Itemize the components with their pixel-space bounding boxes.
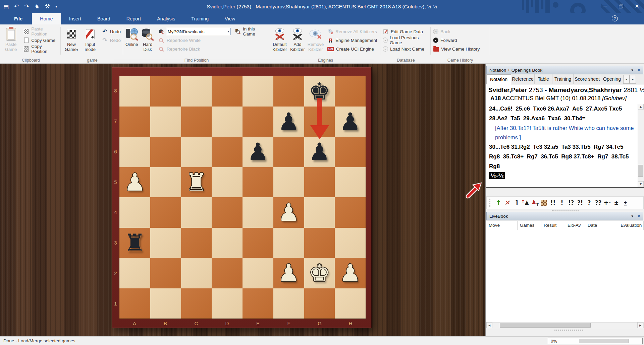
scroll-up-icon[interactable]: ▲ (638, 104, 644, 110)
piece-black-pawn[interactable]: ♟ (247, 140, 269, 164)
repertoire-black-button[interactable]: Repertoire Black (157, 45, 269, 53)
notation-tab-score-sheet[interactable]: Score sheet (574, 74, 601, 84)
piece-black-pawn[interactable]: ♟ (309, 140, 330, 164)
square-f8[interactable] (273, 76, 304, 107)
square-c6[interactable] (181, 137, 212, 167)
tab-insert[interactable]: Insert (61, 13, 89, 24)
livebook-column-evaluation[interactable]: Evaluation (618, 221, 644, 230)
tab-training[interactable]: Training (183, 13, 217, 24)
tab-home[interactable]: Home (32, 13, 61, 24)
load-next-game-button[interactable]: ▸ Load Next Game (381, 45, 430, 53)
paste-position-button[interactable]: Paste Position (22, 27, 60, 36)
load-previous-game-button[interactable]: ◂ Load Previous Game (381, 36, 430, 45)
square-a6[interactable] (119, 137, 150, 167)
restore-button[interactable] (616, 2, 626, 10)
square-h8[interactable] (335, 76, 366, 107)
square-b1[interactable] (150, 288, 181, 319)
notation-pane-header[interactable]: Notation + Openings Book ▾ ✕ (486, 66, 643, 74)
minimize-button[interactable] (600, 2, 610, 10)
square-g7[interactable] (304, 107, 335, 137)
undo-button[interactable]: ↶ Undo (101, 27, 122, 36)
square-h1[interactable] (335, 288, 366, 319)
copy-game-button[interactable]: Copy Game (22, 36, 60, 45)
copy-position-button[interactable]: Copy Position (22, 45, 60, 53)
repertoire-white-button[interactable]: Repertoire White (157, 36, 269, 45)
new-game-button[interactable]: New Game▾ (62, 27, 80, 53)
livebook-column-move[interactable]: Move (486, 221, 518, 230)
piece-white-pawn[interactable]: ♟ (278, 200, 300, 224)
square-e2[interactable] (243, 258, 273, 288)
livebook-column-games[interactable]: Games (518, 221, 541, 230)
notation-tab-opening[interactable]: Opening (601, 74, 623, 84)
square-a1[interactable] (119, 288, 150, 319)
square-e3[interactable] (243, 228, 273, 258)
default-kibitzer-button[interactable]: Default Kibitzer (271, 27, 288, 52)
piece-white-pawn[interactable]: ♟ (278, 261, 300, 285)
square-b6[interactable] (150, 137, 181, 167)
square-a5[interactable]: ♟ (119, 167, 150, 198)
help-icon[interactable]: ? (612, 15, 618, 21)
notation-tab-training[interactable]: Training (552, 74, 574, 84)
square-c1[interactable] (181, 288, 212, 319)
hard-disk-button[interactable]: Hard Disk (140, 27, 155, 52)
search-database-combobox[interactable]: MyPGNDownloads ▾ (166, 28, 231, 35)
symbol-white-better[interactable]: ± (612, 199, 621, 206)
square-b8[interactable] (150, 76, 181, 107)
close-pane-icon[interactable]: ✕ (637, 214, 640, 218)
symbol-interesting[interactable]: !? (567, 199, 576, 206)
delete-variation-icon[interactable]: ✕ (503, 199, 512, 206)
notation-tab-notation[interactable]: Notation (486, 74, 511, 84)
redo-icon[interactable]: ↷ (24, 4, 29, 9)
square-d7[interactable] (212, 107, 243, 137)
online-button[interactable]: Online (124, 27, 139, 47)
square-d1[interactable] (212, 288, 243, 319)
square-d6[interactable] (212, 137, 243, 167)
livebook-column-result[interactable]: Result (541, 221, 565, 230)
square-c5[interactable]: ♜ (181, 167, 212, 198)
square-d5[interactable] (212, 167, 243, 198)
square-f5[interactable] (273, 167, 304, 198)
symbol-dubious[interactable]: ?! (576, 199, 585, 206)
square-c7[interactable] (181, 107, 212, 137)
notation-tab-table[interactable]: Table (535, 74, 552, 84)
piece-black-pawn[interactable]: ♟ (339, 110, 361, 134)
square-g2[interactable]: ♚ (304, 258, 335, 288)
scroll-right-icon[interactable]: ▶ (637, 322, 643, 328)
piece-black-king[interactable]: ♚ (309, 79, 330, 103)
remove-kibitzer-button[interactable]: Remove Kibitzer (307, 27, 325, 52)
square-a8[interactable] (119, 76, 150, 107)
end-variation-symbol[interactable]: ] (512, 199, 521, 206)
back-button[interactable]: ◂ Back (432, 27, 481, 36)
tab-analysis[interactable]: Analysis (149, 13, 183, 24)
livebook-column-date[interactable]: Date (585, 221, 618, 230)
tab-file[interactable]: File (5, 13, 32, 24)
piece-black-rook[interactable]: ♜ (124, 231, 146, 255)
square-d3[interactable] (212, 228, 243, 258)
tab-scroll-right-icon[interactable]: ▸ (630, 75, 636, 84)
edit-game-data-button[interactable]: Edit Game Data (381, 27, 430, 36)
paste-game-button[interactable]: Paste Game (2, 27, 20, 52)
square-a7[interactable] (119, 107, 150, 137)
square-h2[interactable]: ♟ (335, 258, 366, 288)
black-text-annotation-icon[interactable]: T♟ (521, 199, 530, 206)
square-h7[interactable]: ♟ (335, 107, 366, 137)
notation-tab-reference[interactable]: Reference (511, 74, 535, 84)
toolbar-drag-handle[interactable] (489, 199, 491, 207)
square-d2[interactable] (212, 258, 243, 288)
create-uci-engine-button[interactable]: UCI Create UCI Engine (326, 45, 379, 53)
tab-scroll-left-icon[interactable]: ◂ (623, 75, 630, 84)
diagram-annotation-icon[interactable] (539, 199, 548, 206)
square-c8[interactable] (181, 76, 212, 107)
square-h6[interactable] (335, 137, 366, 167)
combo-dropdown-icon[interactable]: ▾ (227, 30, 229, 33)
square-a4[interactable] (119, 197, 150, 228)
move-list[interactable]: 24...Ca6! 25.c6 Txc6 26.Axa7 Ac5 27.Axc5… (486, 102, 644, 179)
tab-report[interactable]: Report (118, 13, 149, 24)
square-b2[interactable] (150, 258, 181, 288)
collapse-icon[interactable]: ▾ (631, 214, 633, 218)
square-g3[interactable] (304, 228, 335, 258)
tab-board[interactable]: Board (89, 13, 118, 24)
notation-content[interactable]: Svidler,Peter 2753 - Mamedyarov,Shakhriy… (486, 84, 644, 188)
square-e8[interactable] (243, 76, 273, 107)
livebook-pane-header[interactable]: LiveBook ▾ ✕ (486, 212, 643, 220)
